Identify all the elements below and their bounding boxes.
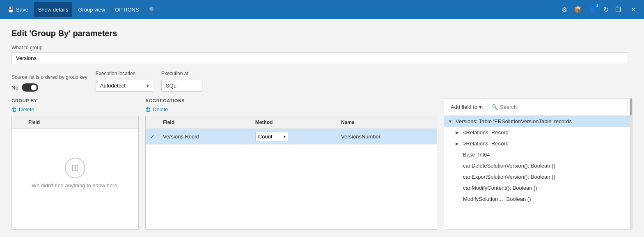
execution-at-col: Execution at SQL — [161, 71, 202, 92]
aggregations-panel: AGGREGATIONS 🗑 Delete Field Method Name — [145, 98, 437, 230]
execution-location-label: Execution location — [96, 71, 153, 76]
search-box-icon: 🔍 — [491, 104, 498, 110]
what-to-group-section: What to group — [11, 45, 633, 64]
tree-item-label: Versions: Table 'ERSolutionVersionTable'… — [456, 118, 628, 124]
show-details-button[interactable]: Show details — [34, 2, 73, 17]
save-button[interactable]: 💾 Save — [3, 2, 32, 17]
tree-item-label: canExportSolutionVersion(): Boolean () — [463, 174, 628, 180]
tree-item-versions[interactable]: ▼ Versions: Table 'ERSolutionVersionTabl… — [444, 116, 632, 127]
group-by-field-col: Field — [24, 116, 138, 129]
execution-location-wrap: Autodetect Client Server ▼ — [96, 80, 153, 92]
group-by-table-container: Field ⊞ We didn't find anything to show … — [11, 116, 139, 230]
add-field-chevron-icon: ▾ — [479, 104, 482, 110]
close-button[interactable]: ✕ — [626, 5, 641, 14]
aggregations-delete-button[interactable]: 🗑 Delete — [145, 106, 437, 113]
window-controls-area: ⚙ 📦 👤 0 ↻ ❐ ✕ — [560, 4, 641, 15]
refresh-button[interactable]: ↻ — [602, 4, 610, 15]
title-bar: 💾 Save Show details Group view OPTIONS 🔍… — [0, 0, 644, 19]
source-ordered-toggle[interactable] — [22, 83, 38, 92]
agg-field-col: Field — [159, 116, 251, 129]
search-box: 🔍 — [488, 102, 628, 112]
save-icon: 💾 — [7, 7, 14, 13]
tree-item-label: canModifyContent(): Boolean () — [463, 185, 628, 191]
group-view-button[interactable]: Group view — [74, 2, 109, 17]
search-icon: 🔍 — [149, 7, 156, 13]
group-by-empty-state: ⊞ We didn't find anything to show here. — [16, 132, 134, 214]
tree-container: ▼ Versions: Table 'ERSolutionVersionTabl… — [444, 116, 632, 205]
tree-item-canexport[interactable]: ▶ canExportSolutionVersion(): Boolean () — [444, 171, 632, 182]
tree-item-label: ModifySolution…: Boolean () — [463, 196, 628, 202]
add-field-button[interactable]: Add field to ▾ — [448, 102, 484, 112]
tree-chevron-icon: ▶ — [456, 141, 461, 146]
scrollbar-thumb[interactable] — [630, 99, 632, 115]
office-icon-button[interactable]: 📦 — [572, 4, 584, 15]
tree-chevron-icon: ▶ — [456, 130, 461, 135]
tree-item-label: >Relations: Record — [463, 140, 628, 147]
field-tree-panel: Add field to ▾ 🔍 ▼ Versions: Table 'ERSo… — [444, 98, 633, 230]
notification-badge: 0 — [594, 2, 600, 9]
group-by-header: GROUP BY — [11, 98, 139, 103]
scrollbar-track — [630, 99, 632, 229]
options-button[interactable]: OPTIONS — [111, 2, 143, 17]
group-by-delete-button[interactable]: 🗑 Delete — [11, 106, 139, 113]
group-by-table: Field ⊞ We didn't find anything to show … — [12, 116, 138, 217]
group-by-delete-icon: 🗑 — [11, 106, 17, 113]
agg-field-cell: Versions.RecId — [159, 129, 251, 145]
aggregations-delete-icon: 🗑 — [145, 106, 151, 113]
what-to-group-input[interactable] — [11, 52, 627, 64]
group-by-panel: GROUP BY 🗑 Delete Field — [11, 98, 139, 230]
source-ordered-col: Source list is ordered by group key No — [11, 74, 87, 92]
agg-name-cell: VersionsNumber — [337, 129, 437, 145]
source-ordered-label: Source list is ordered by group key — [11, 74, 87, 80]
method-select[interactable]: Count Sum Avg Min Max — [255, 132, 288, 141]
tree-item-candelete[interactable]: ▶ canDeleteSolutionVersion(): Boolean () — [444, 160, 632, 171]
tree-item-base[interactable]: ▶ Base: Int64 — [444, 149, 632, 160]
row-check-icon: ✓ — [150, 133, 155, 140]
table-row[interactable]: ✓ Versions.RecId Count Sum Avg Min — [146, 129, 437, 145]
execution-location-col: Execution location Autodetect Client Ser… — [96, 71, 153, 92]
notification-icon-wrap: 👤 0 — [587, 4, 598, 15]
field-panel-toolbar: Add field to ▾ 🔍 — [444, 99, 632, 116]
tree-item-label: <Relations: Record — [463, 129, 628, 136]
toggle-knob — [31, 85, 37, 90]
page-title: Edit 'Group By' parameters — [11, 29, 633, 38]
tree-item-label: canDeleteSolutionVersion(): Boolean () — [463, 163, 628, 169]
empty-icon: ⊞ — [65, 158, 85, 178]
aggregations-table: Field Method Name ✓ Versions.RecId — [146, 116, 437, 145]
settings-icon-button[interactable]: ⚙ — [560, 4, 569, 15]
execution-at-value: SQL — [161, 80, 202, 92]
aggregations-table-container: Field Method Name ✓ Versions.RecId — [145, 116, 437, 230]
tree-item-modifysolution[interactable]: ▶ ModifySolution…: Boolean () — [444, 193, 632, 205]
tree-item-relations-out[interactable]: ▶ >Relations: Record — [444, 138, 632, 149]
panels-container: GROUP BY 🗑 Delete Field — [11, 98, 633, 230]
options-row: Source list is ordered by group key No E… — [11, 71, 633, 92]
toggle-no-label: No — [11, 85, 18, 91]
what-to-group-label: What to group — [11, 45, 633, 51]
toggle-container: No — [11, 83, 87, 92]
agg-method-cell: Count Sum Avg Min Max ▼ — [251, 129, 337, 145]
tree-chevron-icon: ▼ — [448, 119, 453, 124]
restore-button[interactable]: ❐ — [614, 4, 623, 15]
tree-item-relations-in[interactable]: ▶ <Relations: Record — [444, 127, 632, 138]
execution-at-label: Execution at — [161, 71, 202, 76]
group-by-check-col — [12, 116, 24, 129]
execution-location-select[interactable]: Autodetect Client Server — [96, 80, 153, 92]
search-input[interactable] — [500, 104, 624, 110]
aggregations-header: AGGREGATIONS — [145, 98, 437, 103]
tree-item-label: Base: Int64 — [463, 152, 628, 158]
agg-method-col: Method — [251, 116, 337, 129]
agg-check-col — [146, 116, 159, 129]
main-content: Edit 'Group By' parameters What to group… — [0, 19, 644, 230]
search-button[interactable]: 🔍 — [145, 2, 160, 17]
agg-name-col: Name — [337, 116, 437, 129]
tree-item-canmodify[interactable]: ▶ canModifyContent(): Boolean () — [444, 182, 632, 193]
